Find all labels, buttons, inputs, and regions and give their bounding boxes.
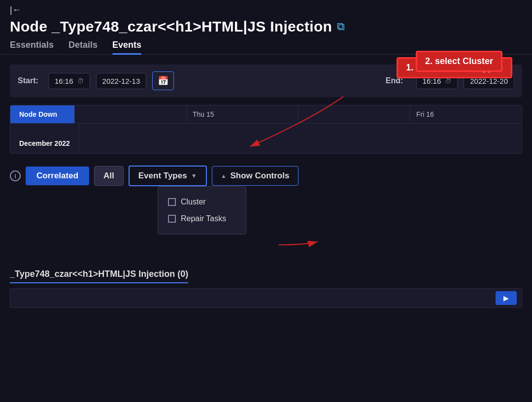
dropdown-item-cluster[interactable]: Cluster (168, 194, 236, 210)
calendar-button[interactable]: 📅 (152, 71, 174, 90)
start-time-field[interactable]: 16:16 ⏱ (48, 73, 90, 89)
correlated-button[interactable]: Correlated (26, 167, 89, 185)
timeline-grid (79, 124, 522, 153)
info-icon[interactable]: i (10, 170, 21, 181)
node-down-badge: Node Down (10, 105, 74, 123)
tab-events[interactable]: Events (112, 40, 141, 54)
cluster-checkbox[interactable] (168, 198, 176, 206)
tab-essentials[interactable]: Essentials (10, 40, 54, 54)
cluster-label: Cluster (181, 198, 206, 206)
all-button[interactable]: All (94, 166, 124, 186)
repair-tasks-checkbox[interactable] (168, 215, 176, 223)
bottom-section: _Type748_czar<<h1>HTML|JS Injection (0) … (10, 269, 522, 308)
bottom-table: ▶ (10, 288, 522, 308)
show-controls-button[interactable]: Show Controls (212, 166, 299, 186)
tab-details[interactable]: Details (68, 40, 98, 54)
month-label: December 2022 (19, 139, 70, 147)
start-label: Start: (18, 76, 42, 85)
start-date-value: 2022-12-13 (102, 77, 140, 85)
event-types-button[interactable]: Event Types (129, 166, 207, 186)
start-time-value: 16:16 (55, 77, 73, 85)
timeline-col-thu (74, 105, 186, 123)
bottom-action-button[interactable]: ▶ (496, 291, 517, 305)
dropdown-item-repair-tasks[interactable]: Repair Tasks (168, 210, 236, 227)
show-controls-label: Show Controls (230, 171, 289, 181)
timeline-area: Node Down Thu 15 Fri 16 December 2022 (10, 105, 522, 154)
callout-2: 2. select Cluster (416, 51, 502, 72)
page-title: Node _Type748_czar<<h1>HTML|JS Injection (10, 18, 332, 35)
timeline-col-thu15: Thu 15 (186, 105, 298, 123)
event-types-dropdown: Cluster Repair Tasks (158, 186, 246, 234)
filter-row: i Correlated All Event Types Show Contro… (10, 162, 522, 190)
event-types-label: Event Types (138, 171, 187, 181)
timeline-col-empty (298, 105, 410, 123)
clock-icon-start: ⏱ (77, 77, 84, 85)
timeline-col-fri16: Fri 16 (410, 105, 522, 123)
bottom-title: _Type748_czar<<h1>HTML|JS Injection (0) (10, 269, 188, 283)
back-arrow-icon[interactable]: |← (10, 5, 21, 15)
copy-icon[interactable]: ⧉ (337, 20, 345, 33)
start-date-field[interactable]: 2022-12-13 (96, 73, 147, 89)
repair-tasks-label: Repair Tasks (181, 214, 226, 223)
timeline-month: December 2022 (10, 124, 79, 153)
